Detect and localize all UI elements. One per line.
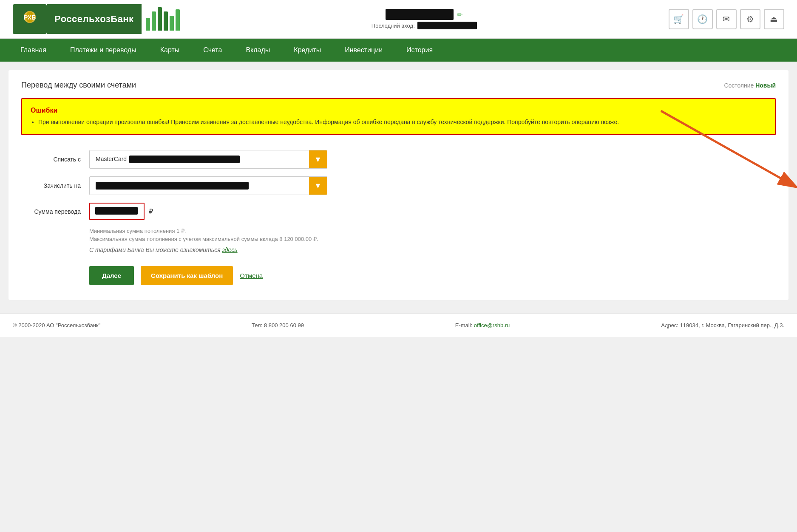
- nav-item-investments[interactable]: Инвестиции: [333, 39, 394, 62]
- footer-phone: Тел: 8 800 200 60 99: [252, 322, 304, 328]
- user-name-block: [386, 9, 454, 20]
- amount-input-box: [89, 203, 145, 220]
- logo-bars: [146, 4, 180, 34]
- to-label: Зачислить на: [21, 182, 89, 189]
- footer-copyright: © 2000-2020 АО "Россельхозбанк": [13, 322, 100, 328]
- clock-button[interactable]: 🕐: [692, 9, 713, 29]
- header: РХБ РоссельхозБанк ✏ Последний вход: 🛒 🕐…: [0, 0, 797, 39]
- from-card-number: [129, 156, 240, 163]
- footer-address-label: Адрес:: [661, 322, 678, 328]
- error-text: При выполнении операции произошла ошибка…: [31, 118, 766, 127]
- footer-email-label: E-mail:: [455, 322, 472, 328]
- from-row: Списать с MasterCard ▼: [21, 150, 776, 169]
- to-select-box: ▼: [89, 176, 327, 195]
- page-header-row: Перевод между своими счетами Состояние Н…: [21, 81, 776, 90]
- to-select-text: [90, 178, 309, 194]
- header-center: ✏ Последний вход:: [372, 9, 477, 29]
- from-select-text: MasterCard: [90, 151, 309, 167]
- last-login: Последний вход:: [372, 22, 477, 29]
- to-input-group: ▼: [89, 176, 327, 195]
- nav-item-payments[interactable]: Платежи и переводы: [58, 39, 148, 62]
- cart-button[interactable]: 🛒: [669, 9, 689, 29]
- currency-label: ₽: [149, 207, 153, 215]
- amount-label: Сумма перевода: [21, 208, 89, 215]
- logo-emblem: РХБ: [13, 4, 47, 34]
- tariff-row: С тарифами Банка Вы можете ознакомиться …: [89, 246, 776, 253]
- footer-address: Адрес: 119034, г. Москва, Гагаринский пе…: [661, 322, 784, 328]
- nav-bar: Главная Платежи и переводы Карты Счета В…: [0, 39, 797, 62]
- gear-button[interactable]: ⚙: [740, 9, 760, 29]
- user-name-bar: ✏: [386, 9, 462, 20]
- from-dropdown-button[interactable]: ▼: [309, 150, 327, 168]
- amount-row: Сумма перевода ₽: [21, 203, 776, 220]
- to-row: Зачислить на ▼: [21, 176, 776, 195]
- next-button[interactable]: Далее: [89, 266, 134, 285]
- svg-text:РХБ: РХБ: [24, 14, 36, 21]
- logo-area: РХБ РоссельхозБанк: [13, 4, 180, 34]
- error-block: Ошибки При выполнении операции произошла…: [21, 98, 776, 135]
- save-button[interactable]: Сохранить как шаблон: [141, 266, 233, 285]
- footer-phone-label: Тел:: [252, 322, 262, 328]
- page-title: Перевод между своими счетами: [21, 81, 136, 90]
- status-area: Состояние Новый: [724, 82, 776, 89]
- from-input-group: MasterCard ▼: [89, 150, 327, 169]
- error-message: При выполнении операции произошла ошибка…: [38, 118, 766, 127]
- from-label: Списать с: [21, 156, 89, 163]
- nav-item-deposits[interactable]: Вклады: [234, 39, 282, 62]
- amount-input-row: ₽: [89, 203, 153, 220]
- footer-address-value: 119034, г. Москва, Гагаринский пер., Д.3…: [680, 322, 784, 328]
- error-title: Ошибки: [31, 107, 766, 114]
- nav-item-credits[interactable]: Кредиты: [282, 39, 333, 62]
- logout-button[interactable]: ⏏: [764, 9, 784, 29]
- nav-item-cards[interactable]: Карты: [148, 39, 192, 62]
- form-area: Списать с MasterCard ▼ Зачислить на ▼: [21, 146, 776, 289]
- footer-phone-number: 8 800 200 60 99: [264, 322, 304, 328]
- nav-item-history[interactable]: История: [394, 39, 445, 62]
- from-select-box: MasterCard ▼: [89, 150, 327, 169]
- nav-item-home[interactable]: Главная: [9, 39, 58, 62]
- mail-button[interactable]: ✉: [716, 9, 737, 29]
- last-login-value: [417, 22, 477, 29]
- footer-email: E-mail: office@rshb.ru: [455, 322, 510, 328]
- cancel-button[interactable]: Отмена: [240, 272, 263, 279]
- tariff-link[interactable]: здесь: [222, 246, 238, 253]
- footer: © 2000-2020 АО "Россельхозбанк" Тел: 8 8…: [0, 313, 797, 337]
- tariff-text: С тарифами Банка Вы можете ознакомиться: [89, 246, 221, 253]
- hint-min: Минимальная сумма пополнения 1 ₽.: [89, 228, 776, 234]
- last-login-label: Последний вход:: [372, 23, 415, 29]
- nav-item-accounts[interactable]: Счета: [191, 39, 234, 62]
- footer-email-address[interactable]: office@rshb.ru: [474, 322, 510, 328]
- status-prefix: Состояние: [724, 82, 754, 89]
- to-account-number: [96, 182, 249, 190]
- error-container: Ошибки При выполнении операции произошла…: [21, 98, 776, 135]
- header-icons: 🛒 🕐 ✉ ⚙ ⏏: [669, 9, 784, 29]
- to-dropdown-button[interactable]: ▼: [309, 177, 327, 195]
- status-value: Новый: [755, 82, 776, 89]
- logo-text: РоссельхозБанк: [47, 4, 142, 34]
- edit-icon[interactable]: ✏: [457, 11, 462, 19]
- main-content: Перевод между своими счетами Состояние Н…: [9, 70, 788, 300]
- from-card-type: MasterCard: [96, 156, 127, 162]
- hint-max: Максимальная сумма пополнения с учетом м…: [89, 236, 776, 242]
- buttons-row: Далее Сохранить как шаблон Отмена: [89, 266, 776, 285]
- amount-value: [95, 207, 138, 215]
